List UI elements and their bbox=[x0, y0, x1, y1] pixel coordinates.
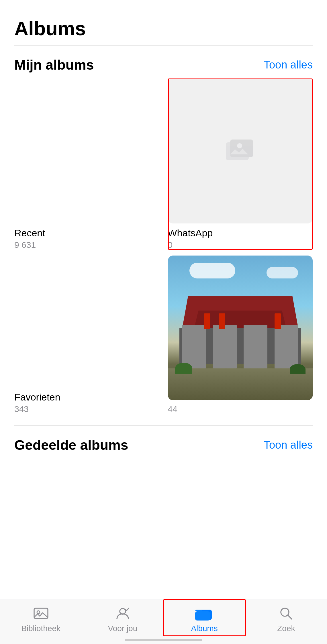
album-name-favorieten: Favorieten bbox=[14, 392, 159, 403]
mijn-albums-title: Mijn albums bbox=[14, 57, 94, 73]
svg-rect-7 bbox=[195, 611, 210, 621]
page-title: Albums bbox=[0, 0, 327, 45]
zoek-icon bbox=[276, 605, 296, 622]
album-item-4[interactable]: 44 bbox=[168, 256, 313, 414]
gedeelde-albums-section-header: Gedeelde albums Toon alles bbox=[0, 426, 327, 539]
tab-bar: Bibliotheek Voor jou Albums bbox=[0, 600, 327, 644]
svg-point-4 bbox=[37, 611, 40, 614]
home-indicator bbox=[125, 639, 202, 641]
tab-bibliotheek-label: Bibliotheek bbox=[21, 624, 60, 633]
tab-zoek[interactable]: Zoek bbox=[245, 600, 327, 635]
tab-voor-jou-label: Voor jou bbox=[108, 624, 138, 633]
album-count-favorieten: 343 bbox=[14, 404, 159, 414]
svg-line-9 bbox=[288, 615, 292, 619]
gedeelde-albums-title: Gedeelde albums bbox=[14, 437, 128, 453]
albums-icon bbox=[195, 605, 214, 622]
svg-rect-3 bbox=[34, 608, 48, 619]
album4-thumbnail bbox=[168, 256, 313, 400]
tab-voor-jou[interactable]: Voor jou bbox=[82, 600, 163, 635]
tab-bibliotheek[interactable]: Bibliotheek bbox=[0, 600, 82, 635]
tab-albums[interactable]: Albums bbox=[164, 600, 245, 635]
album-name-recent: Recent bbox=[14, 227, 159, 239]
tab-albums-label: Albums bbox=[191, 624, 218, 633]
svg-rect-1 bbox=[230, 140, 253, 157]
tab-zoek-label: Zoek bbox=[277, 624, 295, 633]
albums-row-1: Recent 9 631 WhatsApp 0 bbox=[0, 78, 327, 250]
svg-point-2 bbox=[237, 143, 242, 148]
gedeelde-albums-toon-alles[interactable]: Toon alles bbox=[264, 439, 313, 451]
album4-count: 44 bbox=[168, 404, 313, 414]
album-name-whatsapp: WhatsApp bbox=[168, 227, 313, 239]
albums-row-2: Favorieten 343 bbox=[0, 256, 327, 414]
mijn-albums-toon-alles[interactable]: Toon alles bbox=[264, 59, 313, 71]
album-count-whatsapp: 0 bbox=[168, 240, 313, 250]
mijn-albums-section-header: Mijn albums Toon alles bbox=[0, 46, 327, 78]
album-item-whatsapp[interactable]: WhatsApp 0 bbox=[168, 78, 313, 250]
whatsapp-thumbnail bbox=[168, 78, 313, 223]
album-item-favorieten[interactable]: Favorieten 343 bbox=[14, 305, 159, 414]
voor-jou-icon bbox=[113, 605, 132, 622]
bibliotheek-icon bbox=[31, 605, 51, 622]
album-count-recent: 9 631 bbox=[14, 240, 159, 250]
album-item-recent[interactable]: Recent 9 631 bbox=[14, 141, 159, 250]
svg-point-5 bbox=[120, 608, 126, 614]
